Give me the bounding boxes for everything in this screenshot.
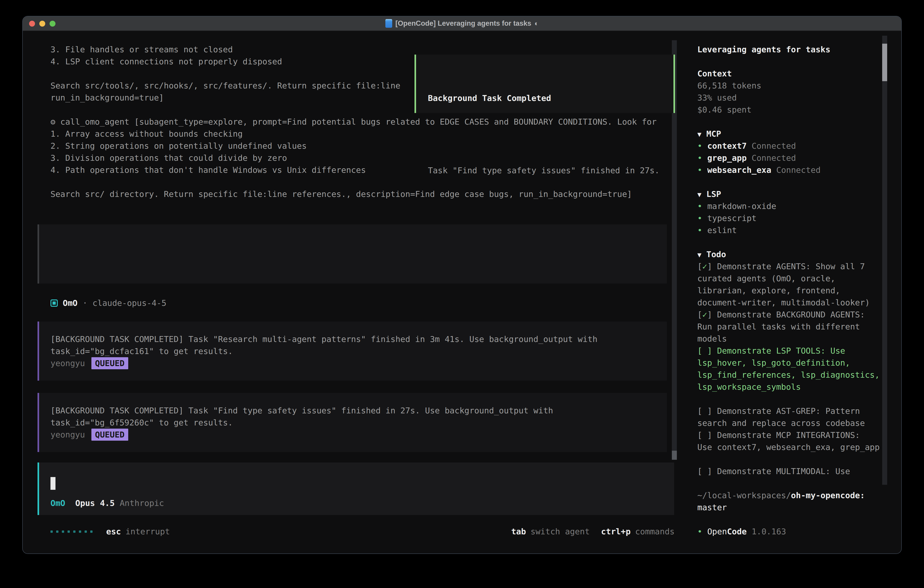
background-task-message: [BACKGROUND TASK COMPLETED] Task "Find t…	[38, 393, 667, 452]
checkbox: ]	[707, 467, 717, 476]
checkbox-state: ✓	[702, 262, 707, 271]
message-line: task_id="bg_6f59260c" to get results.	[51, 416, 667, 429]
author-label: yeongyu	[51, 358, 85, 368]
queued-badge: QUEUED	[91, 357, 128, 369]
terminal-line: 3. File handles or streams not closed	[51, 43, 669, 56]
queued-badge: QUEUED	[91, 429, 128, 441]
todo-item: [ ] Demonstrate MCP INTEGRATIONS: Use co…	[697, 429, 882, 453]
input-agent-name: OmO	[51, 497, 65, 509]
todo-item: [ ] Demonstrate LSP TOOLS: Use lsp_hover…	[697, 345, 882, 393]
text-cursor	[51, 477, 56, 490]
separator-dot: ·	[82, 297, 87, 309]
checkbox: [	[697, 467, 702, 476]
lsp-section-header[interactable]: ▼ LSP	[697, 188, 901, 200]
status-dot-icon: •	[697, 202, 702, 211]
terminal-line-text: 3. File handles or streams not closed	[51, 45, 233, 54]
session-sidebar: Leveraging agents for tasks Context 66,5…	[680, 31, 901, 554]
oracle-task-panel: ◉ Oracle Task "Deep architecture review"…	[38, 225, 667, 284]
terminal-line-text: 4. Path operations that don't handle Win…	[51, 165, 366, 175]
input-model-name: Opus 4.5	[75, 497, 115, 509]
checkbox-state	[702, 406, 707, 416]
checkbox: [	[697, 262, 702, 271]
context-stats: 66,518 tokens33% used$0.46 spent	[697, 79, 901, 116]
terminal-line-text: 1. Array access without bounds checking	[51, 129, 243, 139]
git-branch: master	[697, 501, 901, 514]
checkbox-state: ✓	[702, 310, 707, 319]
agent-model-name: claude-opus-4-5	[92, 297, 167, 309]
app-window: [OpenCode] Leveraging agents for tasks ◐…	[22, 16, 902, 554]
checkbox: ]	[707, 430, 717, 440]
chat-scrollbar-thumb[interactable]	[672, 451, 677, 460]
traffic-lights	[29, 21, 56, 26]
lsp-list: •markdown-oxide•typescript•eslint	[697, 200, 901, 236]
author-label: yeongyu	[51, 430, 85, 439]
chevron-down-icon: ▼	[697, 190, 701, 198]
checkbox-state	[702, 430, 707, 440]
message-meta: yeongyuQUEUED	[51, 357, 667, 369]
status-dot-icon: •	[697, 527, 702, 536]
message-line: [BACKGROUND TASK COMPLETED] Task "Resear…	[51, 333, 667, 345]
message-line: [BACKGROUND TASK COMPLETED] Task "Find t…	[51, 405, 667, 416]
status-dot-icon: •	[697, 141, 702, 150]
sidebar-session-title: Leveraging agents for tasks	[697, 43, 901, 56]
status-dot-icon: •	[697, 153, 702, 163]
terminal-line-text: 3. Division operations that could divide…	[51, 153, 287, 163]
window-title: [OpenCode] Leveraging agents for tasks	[395, 19, 531, 28]
status-dot-icon: •	[697, 165, 702, 175]
agent-session-header: OmO · claude-opus-4-5	[51, 297, 167, 309]
status-bar: esc interrupt tab switch agent ctrl+p co…	[51, 525, 675, 537]
todo-item: [ ] Demonstrate MULTIMODAL: Use	[697, 465, 882, 477]
chevron-down-icon: ▼	[697, 130, 701, 138]
close-button[interactable]	[29, 21, 35, 26]
mcp-item: •context7 Connected	[697, 140, 901, 152]
terminal-line-text: Search src/tools/, src/hooks/, src/featu…	[51, 81, 400, 90]
mcp-server-name: grep_app	[707, 153, 747, 163]
context-stat: 33% used	[697, 92, 901, 104]
checkbox: ]	[707, 406, 717, 416]
workspace-path: ~/local-workspaces/oh-my-opencode:	[697, 489, 882, 501]
spinner-dot-icon	[68, 530, 70, 533]
status-dot-icon: •	[697, 213, 702, 223]
mcp-section-header[interactable]: ▼ MCP	[697, 128, 901, 140]
ctrlp-key-hint: ctrl+p	[601, 525, 631, 537]
spinner-dot-icon	[56, 530, 58, 533]
document-icon	[385, 19, 392, 28]
toast-body: Task "Find type safety issues" finished …	[428, 164, 673, 177]
mcp-server-status: Connected	[771, 165, 820, 175]
spinner-dot-icon	[73, 530, 76, 533]
message-line: task_id="bg_dcfac161" to get results.	[51, 345, 667, 357]
message-meta: yeongyuQUEUED	[51, 429, 667, 441]
spinner-dot-icon	[90, 530, 92, 533]
lsp-item: •markdown-oxide	[697, 200, 901, 212]
tab-key-label: switch agent	[530, 525, 589, 537]
prompt-input[interactable]: OmO Opus 4.5 Anthropic	[38, 462, 674, 515]
zoom-button[interactable]	[50, 21, 56, 26]
tab-key-hint: tab	[511, 525, 526, 537]
ctrlp-key-label: commands	[635, 525, 675, 537]
status-dot-icon: •	[697, 226, 702, 235]
spinner-dot-icon	[84, 530, 87, 533]
esc-key-label: interrupt	[125, 525, 170, 537]
mcp-server-status: Connected	[747, 153, 796, 163]
checkbox: [	[697, 346, 702, 355]
todo-item: [✓] Demonstrate AGENTS: Show all 7 curat…	[697, 260, 882, 309]
checkbox: ]	[707, 262, 717, 271]
todo-list: [✓] Demonstrate AGENTS: Show all 7 curat…	[697, 260, 882, 477]
spinner-dot-icon	[62, 530, 64, 533]
context-stat: 66,518 tokens	[697, 79, 901, 92]
context-heading: Context	[697, 68, 901, 79]
esc-key-hint: esc	[106, 525, 121, 537]
checkbox-state	[702, 346, 707, 355]
working-spinner	[51, 530, 92, 533]
minimize-button[interactable]	[40, 21, 45, 26]
lsp-server-name: eslint	[707, 226, 737, 235]
todo-item: [✓] Demonstrate BACKGROUND AGENTS: Run p…	[697, 309, 882, 345]
spinner-dot-icon	[79, 530, 81, 533]
agent-name: OmO	[63, 297, 78, 309]
todo-item: [ ] Demonstrate AST-GREP: Pattern search…	[697, 405, 882, 429]
terminal-line-text: 2. String operations on potentially unde…	[51, 141, 307, 150]
mcp-server-name: context7	[707, 141, 747, 150]
session-state-icon: ◐	[535, 20, 539, 27]
todo-section-header[interactable]: ▼ Todo	[697, 248, 901, 260]
lsp-item: •eslint	[697, 224, 901, 236]
